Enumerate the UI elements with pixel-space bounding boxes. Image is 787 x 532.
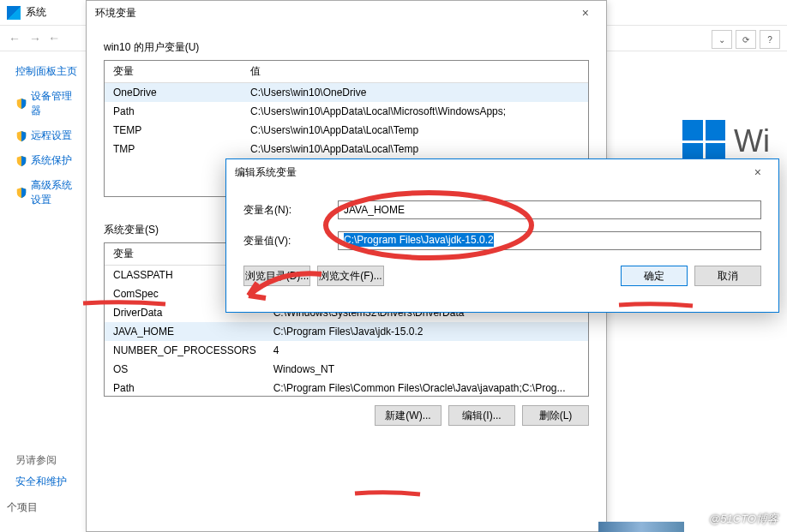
help-icon[interactable]: ?	[760, 30, 780, 49]
var-value: C:\Program Files\Java\jdk-15.0.2	[265, 322, 588, 341]
ok-button[interactable]: 确定	[621, 266, 688, 286]
edit-dialog-title: 编辑系统变量	[235, 165, 297, 180]
windows-text: Wi	[734, 123, 770, 159]
sidebar-item-remote[interactable]: 远程设置	[15, 129, 81, 143]
sys-vars-buttons: 新建(W)... 编辑(I)... 删除(L)	[104, 405, 589, 426]
col-variable[interactable]: 变量	[105, 61, 242, 83]
var-name: OneDrive	[105, 83, 242, 103]
shield-icon	[15, 187, 27, 199]
delete-button[interactable]: 删除(L)	[522, 405, 589, 426]
watermark: @51CTO博客	[709, 511, 778, 527]
shield-icon	[15, 155, 27, 167]
view-dropdown[interactable]: ⌄	[712, 30, 732, 49]
edit-button[interactable]: 编辑(I)...	[448, 405, 515, 426]
var-name: Path	[105, 102, 242, 121]
var-name-label: 变量名(N):	[243, 203, 338, 218]
sidebar-item-label: 高级系统设置	[31, 178, 81, 207]
taskbar-preview	[598, 522, 684, 532]
var-name: TMP	[105, 140, 242, 158]
sidebar-footer: 另请参阅 安全和维护	[15, 453, 67, 489]
system-title: 系统	[26, 5, 46, 20]
sidebar-item-label: 远程设置	[31, 129, 72, 143]
edit-dialog-titlebar: 编辑系统变量 ×	[226, 159, 778, 185]
edit-sys-var-dialog: 编辑系统变量 × 变量名(N): 变量值(V): C:\Program File…	[225, 158, 779, 313]
user-vars-label: win10 的用户变量(U)	[104, 40, 589, 55]
shield-icon	[15, 98, 27, 110]
var-value: 4	[265, 341, 588, 360]
view-controls: ⌄ ⟳ ?	[712, 30, 780, 49]
var-value-label: 变量值(V):	[243, 234, 338, 248]
user-vars-table[interactable]: 变量 值 OneDriveC:\Users\win10\OneDrivePath…	[105, 61, 588, 158]
var-name: OS	[105, 360, 265, 379]
see-also-label: 另请参阅	[15, 454, 57, 466]
browse-file-button[interactable]: 浏览文件(F)...	[317, 266, 384, 286]
table-row[interactable]: PathC:\Program Files\Common Files\Oracle…	[105, 379, 588, 397]
up-arrow-icon[interactable]: ↑	[46, 35, 60, 41]
sidebar-item-label: 系统保护	[31, 153, 72, 168]
var-value: C:\Program Files\Common Files\Oracle\Jav…	[265, 379, 588, 397]
var-value-input[interactable]: C:\Program Files\Java\jdk-15.0.2	[338, 231, 761, 250]
sidebar-item-label: 设备管理器	[31, 89, 81, 118]
sidebar-item-device-manager[interactable]: 设备管理器	[15, 89, 81, 118]
table-row[interactable]: TEMPC:\Users\win10\AppData\Local\Temp	[105, 121, 588, 140]
table-row[interactable]: PathC:\Users\win10\AppData\Local\Microso…	[105, 102, 588, 121]
var-name: NUMBER_OF_PROCESSORS	[105, 341, 265, 360]
sidebar-item-protection[interactable]: 系统保护	[15, 153, 81, 168]
table-row[interactable]: TMPC:\Users\win10\AppData\Local\Temp	[105, 140, 588, 158]
item-count: 个项目	[7, 500, 38, 515]
col-value[interactable]: 值	[242, 61, 588, 83]
sidebar-item-advanced[interactable]: 高级系统设置	[15, 178, 81, 207]
cancel-button[interactable]: 取消	[694, 266, 761, 286]
var-name: TEMP	[105, 121, 242, 140]
table-row[interactable]: OSWindows_NT	[105, 360, 588, 379]
env-dialog-title: 环境变量	[95, 6, 136, 21]
close-icon[interactable]: ×	[746, 164, 770, 181]
var-value: C:\Users\win10\AppData\Local\Microsoft\W…	[242, 102, 588, 121]
table-row[interactable]: OneDriveC:\Users\win10\OneDrive	[105, 83, 588, 103]
back-arrow-icon[interactable]: ←	[9, 32, 21, 45]
computer-icon	[7, 6, 21, 20]
new-button[interactable]: 新建(W)...	[375, 405, 442, 426]
close-icon[interactable]: ×	[574, 4, 598, 21]
shield-icon	[15, 130, 27, 142]
var-value: C:\Users\win10\AppData\Local\Temp	[242, 121, 588, 140]
var-name: JAVA_HOME	[105, 322, 265, 341]
windows-logo: Wi	[682, 120, 770, 163]
windows-icon	[682, 120, 725, 163]
var-name: Path	[105, 379, 265, 397]
sidebar-header[interactable]: 控制面板主页	[15, 64, 81, 79]
browse-dir-button[interactable]: 浏览目录(D)...	[243, 266, 310, 286]
forward-arrow-icon[interactable]: →	[29, 32, 41, 45]
var-value: C:\Users\win10\AppData\Local\Temp	[242, 140, 588, 158]
table-row[interactable]: JAVA_HOMEC:\Program Files\Java\jdk-15.0.…	[105, 322, 588, 341]
table-row[interactable]: NUMBER_OF_PROCESSORS4	[105, 341, 588, 360]
var-value: C:\Users\win10\OneDrive	[242, 83, 588, 103]
env-dialog-titlebar: 环境变量 ×	[87, 1, 606, 25]
security-maintenance-link[interactable]: 安全和维护	[15, 475, 67, 489]
var-value: Windows_NT	[265, 360, 588, 379]
sidebar: 控制面板主页 设备管理器 远程设置 系统保护 高级系统设置	[0, 56, 81, 218]
refresh-icon[interactable]: ⟳	[736, 30, 756, 49]
var-name-input[interactable]	[338, 200, 761, 219]
